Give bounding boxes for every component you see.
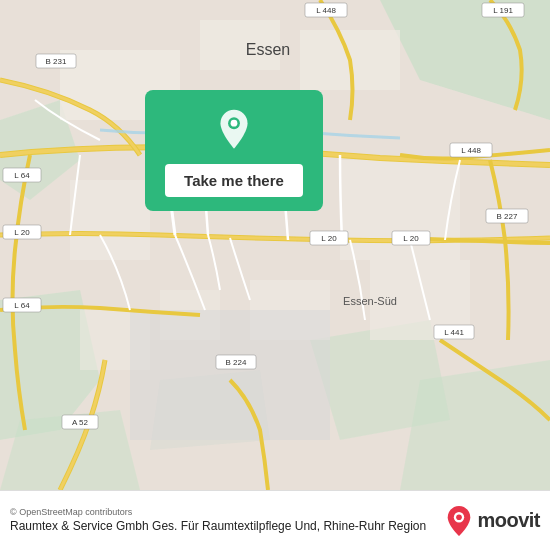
take-me-there-button[interactable]: Take me there	[165, 164, 303, 197]
svg-text:A 52: A 52	[72, 418, 89, 427]
svg-text:L 448: L 448	[316, 6, 336, 15]
location-card: Take me there	[145, 90, 323, 211]
svg-rect-17	[130, 310, 330, 440]
svg-text:L 441: L 441	[444, 328, 464, 337]
svg-text:L 20: L 20	[403, 234, 419, 243]
svg-text:B 224: B 224	[226, 358, 247, 367]
location-pin-icon	[212, 108, 256, 152]
bottom-info: © OpenStreetMap contributors Raumtex & S…	[10, 507, 437, 535]
svg-rect-11	[70, 180, 150, 260]
svg-text:L 64: L 64	[14, 301, 30, 310]
map-container: L 448 L 191 B 231 A 40 L 448 L 64 L 20 L…	[0, 0, 550, 490]
svg-point-49	[231, 120, 238, 127]
svg-text:L 20: L 20	[321, 234, 337, 243]
svg-text:L 448: L 448	[461, 146, 481, 155]
map-background: L 448 L 191 B 231 A 40 L 448 L 64 L 20 L…	[0, 0, 550, 490]
svg-text:B 227: B 227	[497, 212, 518, 221]
svg-text:L 191: L 191	[493, 6, 513, 15]
svg-text:B 231: B 231	[46, 57, 67, 66]
moovit-brand-text: moovit	[477, 509, 540, 532]
place-name: Raumtex & Service Gmbh Ges. Für Raumtext…	[10, 519, 437, 535]
svg-text:L 20: L 20	[14, 228, 30, 237]
map-attribution: © OpenStreetMap contributors	[10, 507, 437, 517]
svg-point-51	[457, 514, 463, 520]
moovit-logo: moovit	[445, 505, 540, 537]
svg-text:Essen-Süd: Essen-Süd	[343, 295, 397, 307]
moovit-pin-icon	[445, 505, 473, 537]
svg-text:Essen: Essen	[246, 41, 290, 58]
svg-text:L 64: L 64	[14, 171, 30, 180]
bottom-bar: © OpenStreetMap contributors Raumtex & S…	[0, 490, 550, 550]
